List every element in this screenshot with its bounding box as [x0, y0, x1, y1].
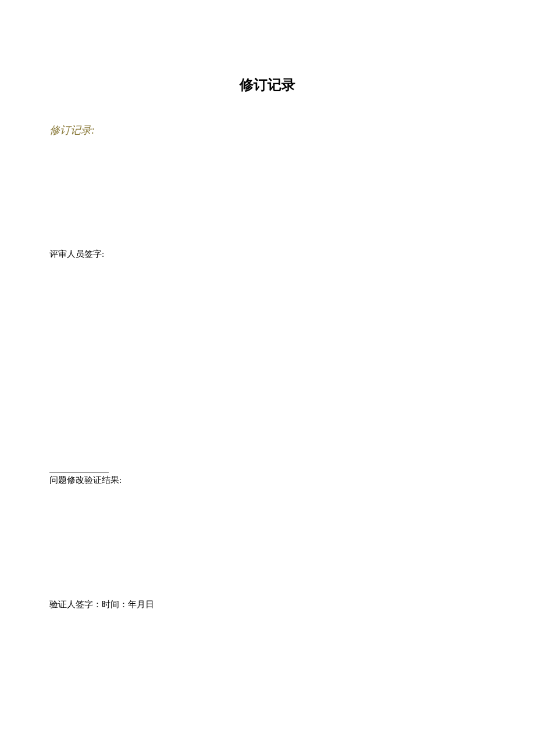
revision-record-label: 修订记录:: [49, 123, 535, 137]
divider-line: [49, 472, 109, 472]
reviewer-signature-label: 评审人员签字:: [49, 249, 535, 260]
verification-result-label: 问题修改验证结果:: [49, 475, 535, 486]
page-title: 修订记录: [0, 76, 535, 94]
verifier-signature-label: 验证人签字：时间：年月日: [49, 599, 535, 610]
